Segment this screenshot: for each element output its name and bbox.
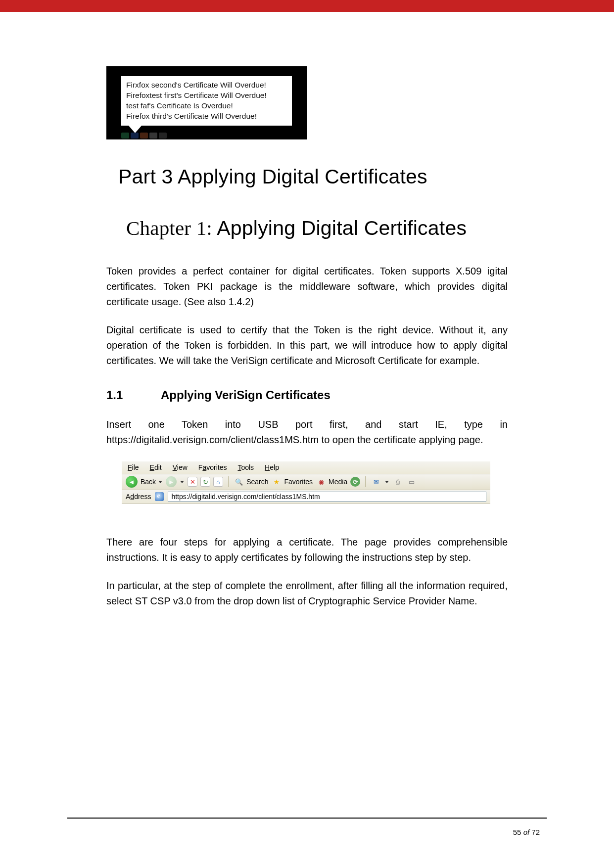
back-button[interactable]: Back [141, 478, 163, 486]
ie-menu-bar: File Edit View Favorites Tools Help [122, 461, 490, 474]
favorites-icon: ★ [271, 476, 282, 487]
dropdown-icon[interactable] [158, 481, 162, 483]
dropdown-icon[interactable] [385, 481, 389, 483]
chapter-rest: Applying Digital Certificates [212, 217, 467, 239]
tray-icon [140, 133, 148, 138]
tray-icon [131, 133, 139, 138]
menu-fav-rest: vorites [206, 463, 227, 471]
address-label-pre: A [126, 493, 130, 501]
favorites-button[interactable]: ★Favorites [271, 476, 313, 487]
system-tray-icons [121, 133, 167, 138]
menu-view-rest: iew [177, 463, 188, 471]
page-current: 55 [513, 828, 521, 836]
ie-below-blank [122, 504, 490, 511]
back-label: Back [141, 478, 156, 486]
chapter-title: Chapter 1: Applying Digital Certificates [126, 216, 508, 240]
ie-browser-figure: File Edit View Favorites Tools Help ◄ Ba… [121, 461, 490, 511]
footer-rule [67, 818, 547, 819]
menu-file-rest: ile [132, 463, 139, 471]
media-button[interactable]: ◉Media [316, 476, 347, 487]
refresh-icon[interactable]: ↻ [200, 477, 210, 487]
notification-line: test faf's Certificate Is Overdue! [126, 101, 287, 111]
menu-edit-hotkey: E [150, 463, 154, 471]
tray-icon [149, 133, 157, 138]
address-label-hotkey: d [130, 493, 134, 501]
ie-address-bar: Address https://digitalid.verisign.com/c… [122, 490, 490, 504]
page-content: Firxfox second's Certificate Will Overdu… [0, 12, 614, 609]
menu-file[interactable]: File [128, 463, 139, 471]
menu-tools[interactable]: Tools [237, 463, 254, 471]
body-paragraph: There are four steps for applying a cert… [106, 535, 508, 565]
notification-popup-body: Firxfox second's Certificate Will Overdu… [121, 76, 292, 126]
notification-line: Firxfox second's Certificate Will Overdu… [126, 80, 287, 91]
notification-line: Firefoxtest first's Certificate Will Ove… [126, 91, 287, 101]
menu-help-rest: elp [270, 463, 279, 471]
address-label-post: dress [134, 493, 151, 501]
menu-help[interactable]: Help [265, 463, 279, 471]
toolbar-separator [228, 476, 229, 487]
mail-icon[interactable]: ✉ [371, 476, 381, 487]
top-accent-bar [0, 0, 614, 12]
menu-favorites[interactable]: Favorites [198, 463, 227, 471]
tray-icon [121, 133, 129, 138]
document-page: Firxfox second's Certificate Will Overdu… [0, 0, 614, 868]
chapter-prefix: Chapter 1: [126, 217, 212, 239]
menu-help-hotkey: H [265, 463, 270, 471]
toolbar-separator [365, 476, 366, 487]
page-of: of [523, 828, 530, 836]
stop-icon[interactable]: ✕ [188, 477, 197, 487]
notification-line: Firefox third's Certificate Will Overdue… [126, 111, 287, 122]
menu-file-hotkey: F [128, 463, 132, 471]
print-icon[interactable]: ⎙ [392, 476, 403, 487]
favorites-label: Favorites [284, 478, 313, 486]
notification-tail [106, 126, 307, 139]
body-paragraph: In particular, at the step of complete t… [106, 578, 508, 609]
search-icon: 🔍 [234, 476, 244, 487]
menu-edit[interactable]: Edit [150, 463, 162, 471]
page-total: 72 [531, 828, 540, 836]
menu-edit-rest: dit [154, 463, 162, 471]
address-input[interactable]: https://digitalid.verisign.com/client/cl… [168, 492, 486, 502]
tray-icon [159, 133, 167, 138]
section-title: Applying VeriSign Certificates [161, 388, 331, 402]
part-title: Part 3 Applying Digital Certificates [118, 165, 508, 188]
address-label: Address [126, 493, 151, 501]
menu-tools-rest: ools [241, 463, 254, 471]
dropdown-icon[interactable] [180, 481, 184, 483]
history-icon[interactable]: ⟳ [350, 477, 360, 487]
back-icon[interactable]: ◄ [126, 476, 138, 488]
media-icon: ◉ [316, 476, 327, 487]
search-label: Search [246, 478, 268, 486]
section-number: 1.1 [106, 388, 161, 402]
section-heading: 1.1Applying VeriSign Certificates [106, 388, 508, 402]
ie-toolbar: ◄ Back ► ✕ ↻ ⌂ 🔍Search ★Favorites ◉Media… [122, 474, 490, 490]
search-button[interactable]: 🔍Search [234, 476, 268, 487]
menu-view[interactable]: View [173, 463, 188, 471]
forward-icon[interactable]: ► [166, 476, 177, 487]
body-paragraph: Insert one Token into USB port first, an… [106, 417, 508, 448]
home-icon[interactable]: ⌂ [213, 477, 223, 487]
menu-view-hotkey: V [173, 463, 177, 471]
notification-popup-figure: Firxfox second's Certificate Will Overdu… [106, 66, 307, 139]
ie-page-icon [155, 492, 164, 501]
media-label: Media [329, 478, 347, 486]
edit-icon[interactable]: ▭ [406, 476, 417, 487]
page-number: 55 of 72 [513, 828, 540, 836]
body-paragraph: Digital certificate is used to certify t… [106, 322, 508, 368]
body-paragraph: Token provides a perfect container for d… [106, 264, 508, 310]
